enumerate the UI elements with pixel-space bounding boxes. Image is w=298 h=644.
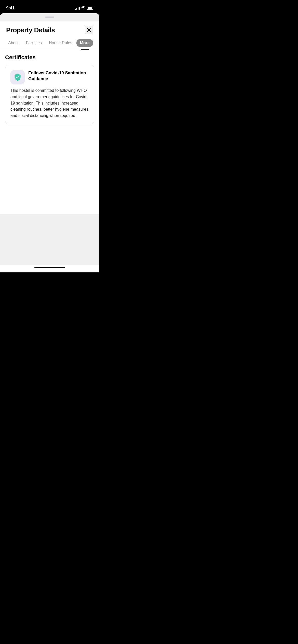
content-area: Certificates Follows Covid-19 Sanitation… [0, 48, 99, 130]
covid-shield-icon [13, 73, 22, 82]
tab-about[interactable]: About [5, 38, 22, 48]
cert-header: Follows Covid-19 Sanitation Guidance [10, 70, 89, 84]
home-bar [34, 267, 65, 268]
cert-description: This hostel is committed to following WH… [10, 87, 89, 119]
certificate-card: Follows Covid-19 Sanitation Guidance Thi… [5, 65, 94, 124]
page-title: Property Details [6, 26, 55, 34]
tab-bar: About Facilities House Rules More [0, 38, 99, 48]
property-details-sheet: Property Details About Facilities House … [0, 21, 99, 214]
sheet-indicator-area [0, 13, 99, 21]
battery-icon [87, 7, 93, 10]
background-fill [0, 214, 99, 265]
tab-house-rules[interactable]: House Rules [46, 38, 75, 48]
wifi-icon [81, 6, 85, 10]
status-icons [75, 6, 93, 10]
cert-icon-wrap [10, 70, 25, 84]
section-title: Certificates [5, 54, 94, 61]
cert-title: Follows Covid-19 Sanitation Guidance [28, 70, 89, 82]
tab-more[interactable]: More [76, 39, 93, 47]
sheet-pill [45, 17, 54, 18]
status-bar: 9:41 [0, 0, 99, 13]
home-indicator [0, 265, 99, 272]
tab-facilities[interactable]: Facilities [23, 38, 45, 48]
sheet-header: Property Details [0, 21, 99, 38]
signal-icon [75, 7, 80, 10]
status-time: 9:41 [6, 6, 15, 11]
close-button[interactable] [85, 26, 93, 34]
